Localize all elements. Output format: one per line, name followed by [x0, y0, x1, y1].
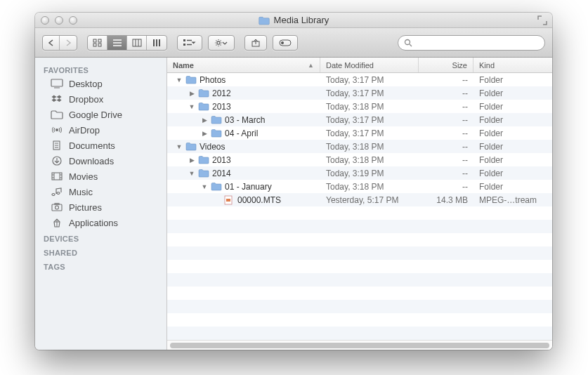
sidebar-item[interactable]: Downloads: [35, 153, 166, 169]
airdrop-icon: [51, 125, 63, 135]
folder-icon: [185, 142, 197, 152]
file-kind: Folder: [473, 129, 552, 138]
scrollbar-thumb[interactable]: [170, 343, 549, 348]
movies-icon: [51, 171, 63, 181]
sidebar-item-label: Applications: [69, 218, 118, 228]
folder-icon: [198, 155, 209, 165]
column-view-button[interactable]: [127, 36, 147, 50]
file-list: Name▲ Date Modified Size Kind ▼PhotosTod…: [167, 58, 552, 350]
sidebar-item[interactable]: Pictures: [35, 199, 166, 215]
downloads-icon: [51, 156, 63, 166]
share-button[interactable]: [244, 35, 267, 51]
list-view-button[interactable]: [107, 36, 127, 50]
file-size: --: [419, 182, 473, 192]
empty-row: [167, 300, 552, 313]
icon-view-button[interactable]: [88, 36, 107, 50]
disclosure-triangle-icon[interactable]: ▶: [201, 130, 208, 137]
date-modified: Today, 3:17 PM: [320, 129, 419, 138]
table-row[interactable]: ▶2013Today, 3:18 PM--Folder: [167, 153, 552, 166]
table-row[interactable]: ▶2012Today, 3:17 PM--Folder: [167, 86, 552, 100]
empty-row: [167, 327, 552, 340]
table-row[interactable]: ▶03 - MarchToday, 3:17 PM--Folder: [167, 113, 552, 126]
file-kind: Folder: [473, 182, 552, 192]
folder-icon: [185, 75, 197, 85]
column-headers: Name▲ Date Modified Size Kind: [167, 58, 552, 73]
svg-point-20: [281, 41, 284, 44]
view-mode-buttons: [87, 35, 167, 51]
tags-button[interactable]: [273, 35, 298, 51]
sidebar-item[interactable]: Desktop: [35, 76, 166, 91]
table-row[interactable]: ▼2014Today, 3:19 PM--Folder: [167, 166, 552, 180]
table-row[interactable]: ▼PhotosToday, 3:17 PM--Folder: [167, 73, 552, 86]
table-row[interactable]: 00000.MTSYesterday, 5:17 PM14.3 MBMPEG-……: [167, 193, 552, 206]
back-button[interactable]: [43, 36, 60, 50]
svg-point-17: [217, 41, 220, 44]
column-name[interactable]: Name▲: [167, 58, 320, 72]
disclosure-triangle-icon[interactable]: ▶: [201, 117, 208, 124]
file-name: 01 - January: [225, 182, 272, 192]
svg-rect-1: [98, 39, 101, 42]
close-button[interactable]: [41, 16, 49, 25]
disclosure-triangle-icon[interactable]: ▼: [176, 143, 183, 150]
disclosure-triangle-icon[interactable]: ▼: [188, 103, 195, 110]
svg-rect-3: [98, 44, 101, 46]
dropbox-icon: [51, 94, 63, 104]
column-size[interactable]: Size: [419, 58, 473, 72]
disclosure-triangle-icon[interactable]: ▼: [176, 77, 183, 84]
folder-icon: [198, 102, 209, 112]
sidebar-item[interactable]: Dropbox: [35, 91, 166, 107]
folder-icon: [211, 129, 222, 138]
disclosure-triangle-icon[interactable]: ▼: [188, 170, 195, 177]
date-modified: Today, 3:17 PM: [320, 115, 419, 125]
sidebar-item[interactable]: Applications: [35, 215, 166, 230]
sidebar-item[interactable]: Documents: [35, 138, 166, 153]
folder-icon: [198, 88, 209, 98]
file-kind: Folder: [473, 155, 552, 165]
finder-window: Media Library: [35, 13, 552, 350]
music-icon: [51, 187, 63, 197]
sort-indicator-icon: ▲: [308, 62, 314, 69]
empty-row: [167, 220, 552, 233]
disclosure-triangle-icon[interactable]: ▶: [188, 90, 195, 97]
column-kind[interactable]: Kind: [473, 58, 552, 72]
arrange-button[interactable]: [177, 35, 202, 51]
sidebar-section-header[interactable]: SHARED: [35, 244, 166, 258]
sidebar-section-header[interactable]: TAGS: [35, 258, 166, 272]
fullscreen-icon[interactable]: [537, 15, 548, 26]
file-kind: MPEG-…tream: [473, 195, 552, 205]
sidebar-section-header[interactable]: DEVICES: [35, 230, 166, 244]
file-name: 04 - April: [225, 129, 258, 138]
sidebar-item[interactable]: Movies: [35, 169, 166, 184]
action-button[interactable]: [208, 35, 235, 51]
search-input[interactable]: [417, 38, 539, 48]
coverflow-view-button[interactable]: [147, 36, 166, 50]
folder-icon: [211, 115, 222, 125]
sidebar-item[interactable]: Google Drive: [35, 107, 166, 122]
disclosure-triangle-icon[interactable]: ▼: [201, 183, 208, 190]
minimize-button[interactable]: [55, 16, 63, 25]
horizontal-scrollbar[interactable]: [167, 340, 552, 350]
search-field[interactable]: [398, 35, 545, 51]
folder-icon: [259, 15, 270, 25]
disclosure-triangle-icon[interactable]: ▶: [188, 157, 195, 164]
sidebar-item-label: Desktop: [69, 79, 103, 89]
sidebar-item-label: Music: [69, 187, 93, 197]
file-size: --: [419, 129, 473, 138]
window-title: Media Library: [274, 15, 329, 25]
forward-button[interactable]: [60, 36, 77, 50]
date-modified: Yesterday, 5:17 PM: [320, 195, 419, 205]
folder-icon: [211, 182, 222, 192]
sidebar-section-header[interactable]: FAVORITES: [35, 62, 166, 76]
sidebar-item[interactable]: AirDrop: [35, 122, 166, 138]
date-modified: Today, 3:17 PM: [320, 88, 419, 98]
file-kind: Folder: [473, 102, 552, 112]
zoom-button[interactable]: [69, 16, 77, 25]
column-date[interactable]: Date Modified: [320, 58, 419, 72]
sidebar-item[interactable]: Music: [35, 184, 166, 199]
table-row[interactable]: ▼VideosToday, 3:18 PM--Folder: [167, 140, 552, 153]
file-name: 2014: [212, 169, 231, 178]
date-modified: Today, 3:17 PM: [320, 75, 419, 85]
table-row[interactable]: ▼01 - JanuaryToday, 3:18 PM--Folder: [167, 180, 552, 193]
table-row[interactable]: ▶04 - AprilToday, 3:17 PM--Folder: [167, 126, 552, 140]
table-row[interactable]: ▼2013Today, 3:18 PM--Folder: [167, 100, 552, 113]
